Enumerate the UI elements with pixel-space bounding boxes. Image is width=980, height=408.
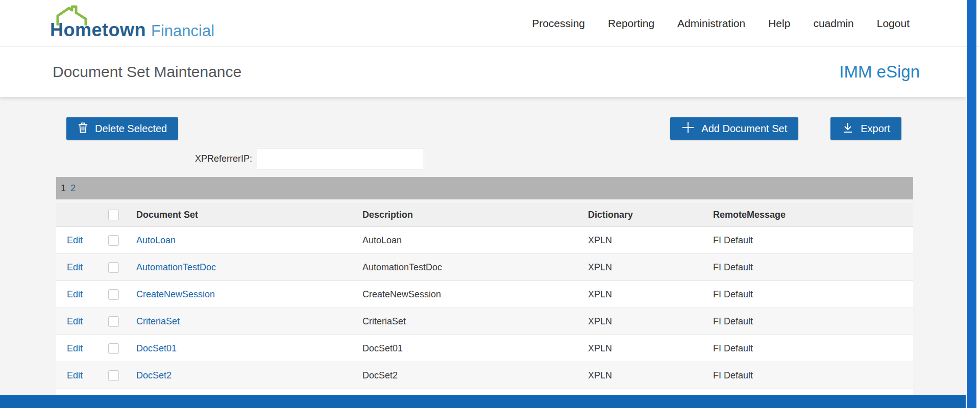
row-checkbox[interactable] xyxy=(108,316,119,327)
trash-icon xyxy=(78,121,88,136)
dictionary-cell: XPLN xyxy=(588,343,713,354)
remotemessage-cell: FI Default xyxy=(713,262,913,273)
brand-logo-text: HometownFinancial xyxy=(50,19,214,41)
brand-name-primary: Hometown xyxy=(50,19,146,40)
add-document-set-button[interactable]: Add Document Set xyxy=(670,117,798,140)
content-area: Delete Selected Add Document Set xyxy=(0,97,966,408)
filter-row: XPReferrerIP: xyxy=(195,148,966,169)
select-all-checkbox[interactable] xyxy=(108,210,119,220)
page-title: Document Set Maintenance xyxy=(53,63,241,81)
table-row: Edit CreateNewSession CreateNewSession X… xyxy=(56,281,913,308)
xpreferrerip-label: XPReferrerIP: xyxy=(195,154,252,164)
description-cell: AutomationTestDoc xyxy=(362,262,588,273)
nav-item-help[interactable]: Help xyxy=(768,17,790,30)
row-checkbox[interactable] xyxy=(108,289,119,300)
column-header-description: Description xyxy=(362,210,588,220)
description-cell: CreateNewSession xyxy=(362,289,588,300)
title-bar: Document Set Maintenance IMM eSign xyxy=(0,47,966,97)
footer-bar xyxy=(0,395,966,408)
dictionary-cell: XPLN xyxy=(588,235,713,246)
edit-link[interactable]: Edit xyxy=(67,316,83,326)
row-checkbox[interactable] xyxy=(108,370,119,381)
document-set-link[interactable]: AutoLoan xyxy=(136,235,176,245)
remotemessage-cell: FI Default xyxy=(713,235,913,246)
row-checkbox[interactable] xyxy=(108,262,119,273)
nav-item-processing[interactable]: Processing xyxy=(532,17,585,30)
row-checkbox[interactable] xyxy=(108,235,119,246)
table-row: Edit AutomationTestDoc AutomationTestDoc… xyxy=(56,254,913,281)
edit-link[interactable]: Edit xyxy=(67,262,83,272)
dictionary-cell: XPLN xyxy=(588,316,713,327)
document-set-link[interactable]: CriteriaSet xyxy=(136,316,180,326)
nav-item-administration[interactable]: Administration xyxy=(677,17,745,30)
description-cell: AutoLoan xyxy=(362,235,588,246)
remotemessage-cell: FI Default xyxy=(713,343,913,354)
document-set-link[interactable]: CreateNewSession xyxy=(136,289,215,299)
description-cell: CriteriaSet xyxy=(362,316,588,327)
scrollbar[interactable] xyxy=(967,0,976,408)
nav-item-user-cuadmin[interactable]: cuadmin xyxy=(813,17,853,30)
column-header-document-set: Document Set xyxy=(136,210,362,220)
table-row: Edit DocSet01 DocSet01 XPLN FI Default xyxy=(56,335,913,362)
nav-item-reporting[interactable]: Reporting xyxy=(608,17,654,30)
plus-icon xyxy=(681,121,695,137)
document-set-link[interactable]: DocSet2 xyxy=(136,370,172,380)
page: HometownFinancial Processing Reporting A… xyxy=(0,0,980,408)
brand-name-secondary: Financial xyxy=(151,22,214,40)
top-nav-bar: HometownFinancial Processing Reporting A… xyxy=(0,0,980,47)
remotemessage-cell: FI Default xyxy=(713,316,913,327)
download-icon xyxy=(842,121,854,136)
table-header-row: Document Set Description Dictionary Remo… xyxy=(56,203,913,227)
toolbar-right: Add Document Set Export xyxy=(670,117,901,140)
document-set-link[interactable]: AutomationTestDoc xyxy=(136,262,216,272)
edit-link[interactable]: Edit xyxy=(67,343,83,353)
page-number-1[interactable]: 1 xyxy=(61,183,66,194)
xpreferrerip-input[interactable] xyxy=(257,148,424,169)
remotemessage-cell: FI Default xyxy=(713,289,913,300)
product-name: IMM eSign xyxy=(839,62,920,82)
edit-link[interactable]: Edit xyxy=(67,289,83,299)
main-nav: Processing Reporting Administration Help… xyxy=(532,0,910,47)
nav-item-logout[interactable]: Logout xyxy=(877,17,910,30)
add-document-set-label: Add Document Set xyxy=(701,123,787,135)
edit-link[interactable]: Edit xyxy=(67,370,83,380)
table-row: Edit DocSet2 DocSet2 XPLN FI Default xyxy=(56,362,913,389)
column-header-remotemessage: RemoteMessage xyxy=(713,210,913,220)
remotemessage-cell: FI Default xyxy=(713,370,913,381)
column-header-dictionary: Dictionary xyxy=(588,210,713,220)
delete-selected-button[interactable]: Delete Selected xyxy=(66,117,178,140)
document-set-link[interactable]: DocSet01 xyxy=(136,343,177,353)
document-set-table: Document Set Description Dictionary Remo… xyxy=(56,203,913,408)
toolbar: Delete Selected Add Document Set xyxy=(66,117,901,140)
row-checkbox[interactable] xyxy=(108,343,119,354)
description-cell: DocSet2 xyxy=(362,370,588,381)
dictionary-cell: XPLN xyxy=(588,289,713,300)
delete-selected-label: Delete Selected xyxy=(95,123,167,135)
dictionary-cell: XPLN xyxy=(588,370,713,381)
export-button[interactable]: Export xyxy=(830,117,901,140)
table-row: Edit AutoLoan AutoLoan XPLN FI Default xyxy=(56,227,913,254)
table-row: Edit CriteriaSet CriteriaSet XPLN FI Def… xyxy=(56,308,913,335)
description-cell: DocSet01 xyxy=(362,343,588,354)
page-number-2[interactable]: 2 xyxy=(70,183,76,194)
pagination-bar: 1 2 xyxy=(56,177,913,199)
edit-link[interactable]: Edit xyxy=(67,235,83,245)
export-label: Export xyxy=(861,123,890,135)
dictionary-cell: XPLN xyxy=(588,262,713,273)
